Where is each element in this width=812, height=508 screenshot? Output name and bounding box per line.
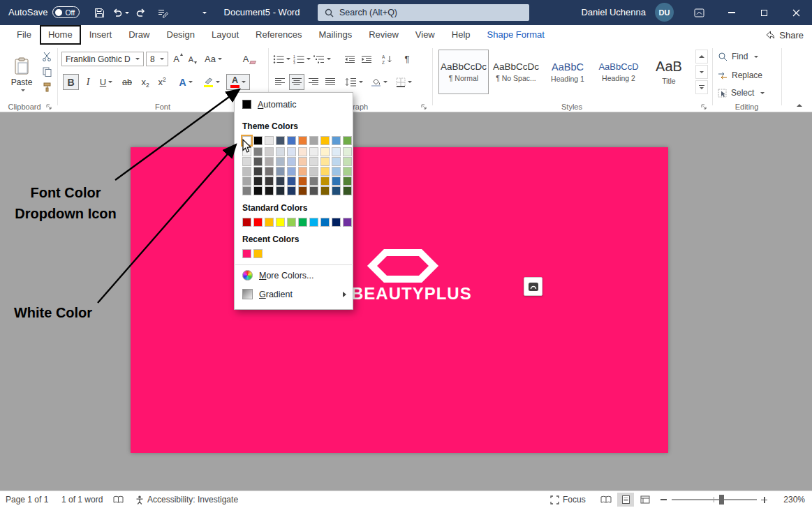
font-name-combo[interactable]: Franklin Gothic D bbox=[61, 52, 144, 66]
theme-variant-swatch[interactable] bbox=[320, 157, 330, 166]
accessibility-status[interactable]: Accessibility: Investigate bbox=[135, 491, 238, 508]
customize-toolbar-button[interactable] bbox=[154, 6, 171, 20]
style-title[interactable]: AaB Title bbox=[645, 50, 693, 94]
style-no-spacing[interactable]: AaBbCcDc ¶ No Spac... bbox=[491, 50, 541, 94]
style-heading-1[interactable]: AaBbC Heading 1 bbox=[543, 50, 592, 94]
text-effects-button[interactable]: A bbox=[175, 74, 196, 90]
theme-variant-swatch[interactable] bbox=[343, 157, 352, 166]
theme-variant-swatch[interactable] bbox=[309, 177, 318, 186]
highlight-color-button[interactable] bbox=[200, 74, 223, 90]
theme-variant-swatch[interactable] bbox=[320, 147, 330, 156]
italic-button[interactable]: I bbox=[81, 74, 95, 90]
standard-color-swatch[interactable] bbox=[320, 218, 330, 227]
styles-more-button[interactable] bbox=[695, 80, 708, 94]
theme-variant-swatch[interactable] bbox=[265, 167, 274, 176]
align-right-button[interactable] bbox=[306, 74, 321, 90]
format-painter-button[interactable] bbox=[40, 81, 54, 94]
styles-scroll-up-button[interactable] bbox=[695, 50, 708, 64]
standard-color-swatch[interactable] bbox=[309, 218, 318, 227]
find-button[interactable]: Find bbox=[718, 52, 758, 61]
read-mode-button[interactable] bbox=[598, 493, 614, 507]
recent-color-swatch[interactable] bbox=[242, 249, 251, 258]
theme-variant-swatch[interactable] bbox=[343, 167, 352, 176]
theme-variant-swatch[interactable] bbox=[276, 186, 285, 195]
font-color-button[interactable]: A bbox=[226, 74, 250, 90]
theme-variant-swatch[interactable] bbox=[332, 147, 341, 156]
standard-color-swatch[interactable] bbox=[265, 218, 274, 227]
theme-color-swatch[interactable] bbox=[287, 136, 296, 145]
automatic-color-item[interactable]: Automatic bbox=[235, 95, 353, 114]
theme-variant-swatch[interactable] bbox=[276, 147, 285, 156]
document-canvas[interactable]: BEAUTYPLUS bbox=[0, 112, 812, 491]
theme-variant-swatch[interactable] bbox=[343, 147, 352, 156]
theme-variant-swatch[interactable] bbox=[309, 167, 318, 176]
tab-insert[interactable]: Insert bbox=[81, 25, 121, 45]
zoom-slider-thumb[interactable] bbox=[719, 495, 724, 505]
gradient-item[interactable]: Gradient bbox=[235, 285, 353, 304]
tab-shape-format[interactable]: Shape Format bbox=[479, 25, 553, 45]
share-button[interactable]: Share bbox=[765, 25, 804, 45]
superscript-button[interactable]: x2 bbox=[154, 74, 170, 90]
borders-button[interactable] bbox=[392, 74, 415, 90]
theme-variant-swatch[interactable] bbox=[298, 167, 307, 176]
theme-variant-swatch[interactable] bbox=[242, 167, 251, 176]
theme-color-swatch[interactable] bbox=[298, 136, 307, 145]
styles-dialog-launcher[interactable] bbox=[701, 104, 708, 111]
redo-button[interactable] bbox=[133, 6, 149, 20]
theme-color-swatch[interactable] bbox=[276, 136, 285, 145]
copy-button[interactable] bbox=[40, 66, 54, 78]
standard-color-swatch[interactable] bbox=[298, 218, 307, 227]
theme-variant-swatch[interactable] bbox=[343, 177, 352, 186]
theme-color-swatch[interactable] bbox=[332, 136, 341, 145]
clipboard-dialog-launcher[interactable] bbox=[46, 104, 53, 111]
theme-variant-swatch[interactable] bbox=[253, 177, 263, 186]
bold-button[interactable]: B bbox=[63, 74, 79, 90]
web-layout-button[interactable] bbox=[637, 493, 654, 507]
theme-color-swatch[interactable] bbox=[320, 136, 330, 145]
undo-button[interactable] bbox=[110, 6, 131, 20]
theme-variant-swatch[interactable] bbox=[309, 186, 318, 195]
standard-color-swatch[interactable] bbox=[253, 218, 263, 227]
document-page[interactable]: BEAUTYPLUS bbox=[131, 147, 668, 453]
align-center-button[interactable] bbox=[289, 74, 304, 90]
quick-access-more-button[interactable] bbox=[197, 6, 209, 20]
theme-variant-swatch[interactable] bbox=[343, 186, 352, 195]
theme-variant-swatch[interactable] bbox=[242, 157, 251, 166]
focus-button[interactable]: Focus bbox=[550, 491, 586, 508]
theme-variant-swatch[interactable] bbox=[320, 177, 330, 186]
theme-color-swatch[interactable] bbox=[265, 136, 274, 145]
autosave-switch[interactable]: Off bbox=[52, 6, 80, 18]
tab-design[interactable]: Design bbox=[158, 25, 203, 45]
avatar[interactable]: DU bbox=[655, 3, 674, 22]
theme-variant-swatch[interactable] bbox=[242, 177, 251, 186]
theme-variant-swatch[interactable] bbox=[298, 177, 307, 186]
tab-help[interactable]: Help bbox=[443, 25, 479, 45]
theme-variant-swatch[interactable] bbox=[287, 157, 296, 166]
layout-options-button[interactable] bbox=[524, 277, 542, 296]
theme-variant-swatch[interactable] bbox=[332, 177, 341, 186]
theme-variant-swatch[interactable] bbox=[265, 186, 274, 195]
theme-color-swatch[interactable] bbox=[309, 136, 318, 145]
style-normal[interactable]: AaBbCcDc ¶ Normal bbox=[438, 50, 489, 94]
zoom-slider[interactable] bbox=[672, 491, 757, 508]
standard-color-swatch[interactable] bbox=[242, 218, 251, 227]
underline-button[interactable]: U bbox=[96, 74, 116, 90]
multilevel-list-button[interactable] bbox=[313, 52, 331, 66]
zoom-out-button[interactable] bbox=[660, 491, 667, 508]
clear-formatting-button[interactable]: A bbox=[241, 52, 258, 66]
theme-variant-swatch[interactable] bbox=[276, 157, 285, 166]
line-spacing-button[interactable] bbox=[344, 74, 364, 90]
theme-variant-swatch[interactable] bbox=[298, 186, 307, 195]
theme-variant-swatch[interactable] bbox=[253, 157, 263, 166]
strikethrough-button[interactable]: ab bbox=[119, 74, 135, 90]
font-size-combo[interactable]: 8 bbox=[146, 52, 168, 66]
theme-variant-swatch[interactable] bbox=[276, 177, 285, 186]
theme-variant-swatch[interactable] bbox=[287, 167, 296, 176]
page-indicator[interactable]: Page 1 of 1 bbox=[6, 491, 48, 508]
cut-button[interactable] bbox=[40, 50, 54, 63]
theme-variant-swatch[interactable] bbox=[309, 157, 318, 166]
show-paragraph-marks-button[interactable]: ¶ bbox=[401, 52, 413, 66]
theme-variant-swatch[interactable] bbox=[309, 147, 318, 156]
bullets-button[interactable] bbox=[272, 52, 290, 66]
zoom-in-button[interactable] bbox=[761, 491, 767, 508]
